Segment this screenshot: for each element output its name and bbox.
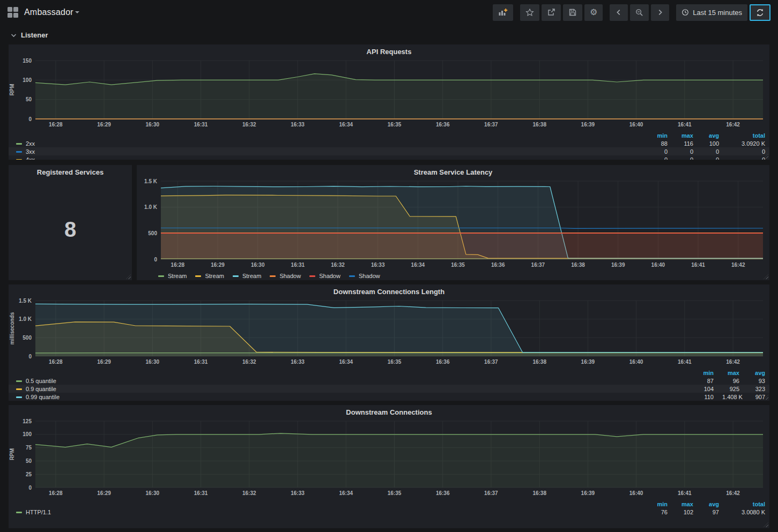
legend-header-min[interactable]: min [646, 132, 672, 139]
legend-item[interactable]: Shadow [349, 273, 380, 279]
legend-header-min[interactable]: min [692, 369, 718, 377]
time-back-button[interactable] [610, 4, 628, 21]
legend-series-label[interactable]: 0.99 quantile [9, 393, 692, 401]
svg-text:16:30: 16:30 [146, 359, 160, 365]
legend-item-label: Stream [168, 273, 187, 279]
legend-value: 102 [672, 508, 698, 516]
star-button[interactable] [520, 4, 539, 21]
panel-title[interactable]: Stream Service Latency [137, 165, 769, 179]
legend-swatch [16, 388, 22, 390]
share-button[interactable] [542, 4, 561, 21]
legend-header-max[interactable]: max [672, 132, 698, 139]
svg-text:0: 0 [154, 257, 157, 263]
legend-value: 104 [692, 385, 718, 393]
api-requests-chart[interactable]: 05010015016:2816:2916:3016:3116:3216:331… [9, 58, 769, 131]
svg-text:16:34: 16:34 [339, 122, 353, 128]
series-fill-shadow-p90 [161, 233, 763, 259]
svg-text:0: 0 [28, 485, 32, 491]
legend-value: 3.0080 K [723, 508, 769, 516]
legend-swatch [233, 275, 239, 277]
svg-text:RPM: RPM [9, 84, 15, 95]
svg-text:1.5 K: 1.5 K [19, 298, 32, 304]
gear-icon: ⚙ [590, 8, 597, 17]
series-fill-0-99-quantile [35, 304, 763, 356]
panel-title[interactable]: API Requests [9, 44, 769, 58]
legend-item[interactable]: Stream [158, 273, 187, 279]
legend-series-label[interactable]: 2xx [9, 139, 646, 147]
svg-text:16:34: 16:34 [339, 359, 353, 365]
chevron-right-icon [656, 9, 664, 16]
svg-text:100: 100 [23, 77, 32, 83]
svg-text:16:30: 16:30 [146, 490, 160, 496]
svg-text:16:35: 16:35 [388, 359, 402, 365]
legend-header-total[interactable]: total [723, 132, 769, 139]
legend-header-avg[interactable]: avg [698, 132, 723, 139]
panel-title[interactable]: Registered Services [9, 165, 132, 179]
panel-title[interactable]: Downstream Connections [9, 405, 769, 419]
legend-header-max[interactable]: max [672, 500, 698, 508]
save-icon [568, 8, 577, 17]
svg-text:16:38: 16:38 [532, 490, 546, 496]
legend-value: 3.0920 K [723, 139, 769, 147]
refresh-button[interactable] [750, 4, 770, 21]
legend-swatch [16, 143, 22, 145]
legend-header-avg[interactable]: avg [744, 369, 769, 377]
time-range-picker[interactable]: Last 15 minutes [676, 4, 747, 21]
legend-swatch [309, 275, 315, 277]
add-panel-button[interactable] [493, 4, 513, 21]
svg-text:16:31: 16:31 [194, 122, 208, 128]
row-toggle-listener[interactable]: Listener [0, 25, 778, 44]
legend-value: 110 [692, 393, 718, 401]
svg-text:150: 150 [23, 58, 32, 64]
svg-text:16:33: 16:33 [371, 262, 385, 268]
svg-text:16:37: 16:37 [484, 359, 498, 365]
chevron-down-icon [11, 33, 17, 38]
legend-header-max[interactable]: max [718, 369, 744, 377]
legend-series-label[interactable]: 3xx [9, 147, 646, 155]
legend-series-label[interactable]: 0.9 quantile [9, 385, 692, 393]
svg-text:RPM: RPM [9, 448, 15, 460]
svg-text:16:38: 16:38 [532, 122, 546, 128]
downstream-connections-legend: minmaxavgtotalHTTP/1.176102973.0080 K [9, 500, 769, 516]
svg-text:16:42: 16:42 [726, 359, 740, 365]
zoom-out-button[interactable] [630, 4, 649, 21]
svg-text:500: 500 [23, 335, 32, 341]
row-title: Listener [21, 31, 48, 39]
svg-text:16:42: 16:42 [726, 122, 740, 128]
legend-item[interactable]: Shadow [270, 273, 301, 279]
legend-series-label[interactable]: HTTP/1.1 [9, 508, 646, 516]
panel-resize-handle[interactable] [764, 522, 768, 527]
panel-title[interactable]: Downstream Connections Length [9, 284, 769, 298]
dashboard-title-dropdown[interactable]: Ambassador [24, 8, 79, 17]
svg-text:16:37: 16:37 [484, 122, 498, 128]
svg-text:125: 125 [23, 419, 32, 424]
legend-item[interactable]: Stream [233, 273, 261, 279]
dashboard-grid-icon[interactable] [8, 7, 18, 18]
legend-item[interactable]: Stream [195, 273, 224, 279]
time-forward-button[interactable] [651, 4, 669, 21]
legend-row: 4xx0000 [9, 155, 769, 160]
panel-registered-services: Registered Services 8 [9, 165, 132, 280]
legend-header-min[interactable]: min [646, 500, 672, 508]
svg-text:16:28: 16:28 [49, 122, 63, 128]
downstream-connections-length-chart[interactable]: 05001.0 K1.5 K16:2816:2916:3016:3116:321… [9, 298, 769, 368]
downstream-connections-chart[interactable]: 025507510012516:2816:2916:3016:3116:3216… [9, 419, 769, 499]
svg-text:16:39: 16:39 [581, 122, 595, 128]
legend-value: 0 [698, 155, 723, 160]
legend-item[interactable]: Shadow [309, 273, 340, 279]
svg-text:16:35: 16:35 [451, 262, 465, 268]
save-button[interactable] [563, 4, 582, 21]
svg-text:16:29: 16:29 [97, 359, 111, 365]
settings-button[interactable]: ⚙ [584, 4, 603, 21]
legend-table: minmaxavgtotal2xx881161003.0920 K3xx0000… [9, 132, 769, 160]
svg-text:16:28: 16:28 [171, 262, 185, 268]
legend-series-label[interactable]: 4xx [9, 155, 646, 160]
stream-service-latency-chart[interactable]: 05001.0 K1.5 K16:2816:2916:3016:3116:321… [137, 179, 769, 271]
legend-header-total[interactable]: total [723, 500, 769, 508]
svg-text:1.0 K: 1.0 K [144, 204, 158, 210]
legend-header-avg[interactable]: avg [698, 500, 723, 508]
api-requests-legend: minmaxavgtotal2xx881161003.0920 K3xx0000… [9, 132, 769, 160]
legend-series-label[interactable]: 0.5 quantile [9, 377, 692, 385]
legend-swatch [16, 512, 22, 513]
legend-value: 96 [718, 377, 744, 385]
